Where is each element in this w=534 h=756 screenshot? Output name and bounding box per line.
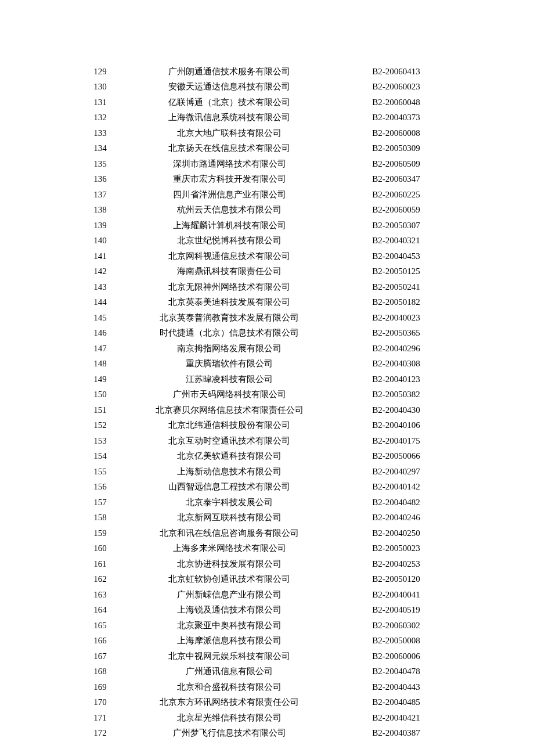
license-code: B2-20040246 xyxy=(334,513,459,523)
data-table: 129广州朗通通信技术服务有限公司B2-20060413130安徽天运通达信息科… xyxy=(75,64,459,741)
company-name: 北京和讯在线信息咨询服务有限公司 xyxy=(125,528,334,539)
table-row: 143北京无限神州网络技术有限公司B2-20050241 xyxy=(75,279,459,295)
table-row: 137四川省洋洲信息产业有限公司B2-20060225 xyxy=(75,187,459,203)
row-number: 156 xyxy=(75,482,125,492)
row-number: 138 xyxy=(75,205,125,215)
company-name: 四川省洋洲信息产业有限公司 xyxy=(125,189,334,200)
company-name: 北京亿美软通科技有限公司 xyxy=(125,451,334,462)
table-row: 165北京聚亚中奥科技有限公司B2-20060302 xyxy=(75,618,459,633)
table-row: 152北京北纬通信科技股份有限公司B2-20040106 xyxy=(75,418,459,434)
table-row: 142海南鼎讯科技有限责任公司B2-20050125 xyxy=(75,264,459,280)
license-code: B2-20040142 xyxy=(334,482,459,492)
license-code: B2-20050066 xyxy=(334,451,459,461)
license-code: B2-20050125 xyxy=(334,267,459,276)
company-name: 南京拇指网络发展有限公司 xyxy=(125,343,334,354)
license-code: B2-20040297 xyxy=(334,467,459,477)
table-row: 172广州梦飞行信息技术有限公司B2-20040387 xyxy=(75,726,459,741)
row-number: 161 xyxy=(75,559,125,569)
license-code: B2-20040041 xyxy=(334,590,459,600)
row-number: 141 xyxy=(75,251,125,261)
row-number: 166 xyxy=(75,636,125,646)
company-name: 北京虹软协创通讯技术有限公司 xyxy=(125,574,334,585)
company-name: 山西智远信息工程技术有限公司 xyxy=(125,481,334,492)
row-number: 134 xyxy=(75,143,125,153)
table-row: 147南京拇指网络发展有限公司B2-20040296 xyxy=(75,341,459,357)
table-row: 171北京星光维信科技有限公司B2-20040421 xyxy=(75,710,459,726)
license-code: B2-20040453 xyxy=(334,251,459,261)
table-row: 138杭州云天信息技术有限公司B2-20060059 xyxy=(75,203,459,218)
company-name: 海南鼎讯科技有限责任公司 xyxy=(125,266,334,277)
license-code: B2-20060023 xyxy=(334,82,459,92)
company-name: 上海耀麟计算机科技有限公司 xyxy=(125,220,334,231)
company-name: 北京英泰普润教育技术发展有限公司 xyxy=(125,312,334,323)
row-number: 130 xyxy=(75,82,125,92)
table-row: 148重庆腾瑞软件有限公司B2-20040308 xyxy=(75,357,459,372)
company-name: 上海新动信息技术有限公司 xyxy=(125,466,334,477)
company-name: 安徽天运通达信息科技有限公司 xyxy=(125,81,334,92)
table-row: 136重庆市宏方科技开发有限公司B2-20060347 xyxy=(75,172,459,188)
table-row: 168广州通讯信息有限公司B2-20040478 xyxy=(75,664,459,680)
company-name: 北京北纬通信科技股份有限公司 xyxy=(125,420,334,431)
license-code: B2-20040443 xyxy=(334,682,459,692)
company-name: 北京协进科技发展有限公司 xyxy=(125,559,334,570)
company-name: 北京泰宇科技发展公司 xyxy=(125,497,334,508)
company-name: 北京和合盛视科技有限公司 xyxy=(125,682,334,693)
license-code: B2-20040478 xyxy=(334,667,459,676)
row-number: 139 xyxy=(75,221,125,231)
license-code: B2-20050008 xyxy=(334,636,459,646)
license-code: B2-20040321 xyxy=(334,236,459,246)
row-number: 152 xyxy=(75,420,125,430)
license-code: B2-20050309 xyxy=(334,143,459,153)
license-code: B2-20040485 xyxy=(334,697,459,707)
table-row: 141北京网科视通信息技术有限公司B2-20040453 xyxy=(75,249,459,264)
company-name: 北京中视网元娱乐科技有限公司 xyxy=(125,651,334,662)
license-code: B2-20060048 xyxy=(334,98,459,107)
license-code: B2-20040373 xyxy=(334,113,459,123)
row-number: 133 xyxy=(75,128,125,138)
company-name: 重庆市宏方科技开发有限公司 xyxy=(125,174,334,185)
company-name: 亿联博通（北京）技术有限公司 xyxy=(125,97,334,108)
row-number: 136 xyxy=(75,174,125,184)
license-code: B2-20040175 xyxy=(334,436,459,446)
table-row: 140北京世纪悦博科技有限公司B2-20040321 xyxy=(75,233,459,249)
table-row: 131亿联博通（北京）技术有限公司B2-20060048 xyxy=(75,95,459,110)
table-row: 157北京泰宇科技发展公司B2-20040482 xyxy=(75,495,459,510)
table-row: 129广州朗通通信技术服务有限公司B2-20060413 xyxy=(75,64,459,80)
company-name: 江苏暐凌科技有限公司 xyxy=(125,374,334,385)
license-code: B2-20060302 xyxy=(334,621,459,631)
table-row: 162北京虹软协创通讯技术有限公司B2-20050120 xyxy=(75,572,459,588)
license-code: B2-20040296 xyxy=(334,344,459,354)
license-code: B2-20050241 xyxy=(334,282,459,292)
row-number: 158 xyxy=(75,513,125,523)
row-number: 164 xyxy=(75,605,125,615)
row-number: 151 xyxy=(75,405,125,415)
company-name: 广州通讯信息有限公司 xyxy=(125,666,334,677)
row-number: 170 xyxy=(75,697,125,707)
row-number: 169 xyxy=(75,682,125,692)
license-code: B2-20060059 xyxy=(334,205,459,215)
row-number: 144 xyxy=(75,297,125,307)
license-code: B2-20060225 xyxy=(334,190,459,200)
row-number: 165 xyxy=(75,621,125,631)
row-number: 154 xyxy=(75,451,125,461)
table-row: 154北京亿美软通科技有限公司B2-20050066 xyxy=(75,449,459,465)
table-row: 159北京和讯在线信息咨询服务有限公司B2-20040250 xyxy=(75,525,459,541)
license-code: B2-20040421 xyxy=(334,713,459,723)
row-number: 159 xyxy=(75,528,125,538)
table-row: 144北京英泰美迪科技发展有限公司B2-20050182 xyxy=(75,295,459,311)
license-code: B2-20060008 xyxy=(334,128,459,138)
license-code: B2-20040106 xyxy=(334,420,459,430)
table-row: 146时代捷通（北京）信息技术有限公司B2-20050365 xyxy=(75,326,459,341)
row-number: 148 xyxy=(75,359,125,369)
license-code: B2-20040123 xyxy=(334,375,459,384)
license-code: B2-20040308 xyxy=(334,359,459,369)
row-number: 145 xyxy=(75,313,125,323)
row-number: 150 xyxy=(75,390,125,399)
company-name: 时代捷通（北京）信息技术有限公司 xyxy=(125,327,334,339)
row-number: 142 xyxy=(75,267,125,276)
license-code: B2-20040023 xyxy=(334,313,459,323)
company-name: 北京世纪悦博科技有限公司 xyxy=(125,235,334,246)
row-number: 143 xyxy=(75,282,125,292)
license-code: B2-20050120 xyxy=(334,574,459,584)
table-row: 130安徽天运通达信息科技有限公司B2-20060023 xyxy=(75,80,459,95)
